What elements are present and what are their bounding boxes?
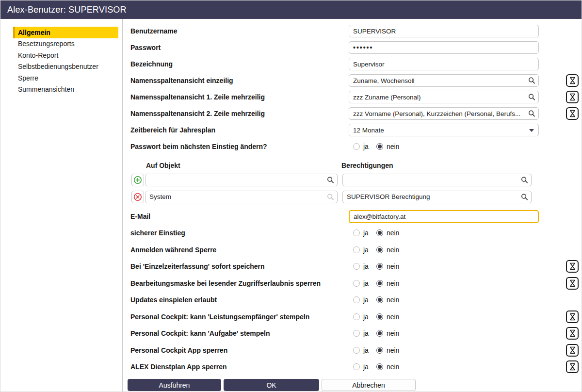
- passwort-input[interactable]: [349, 41, 539, 54]
- namensspalte-mehrzeilig-2-label: Namensspaltenansicht 2. Zeile mehrzeilig: [130, 110, 349, 117]
- sidebar-item-sperre[interactable]: Sperre: [13, 72, 118, 84]
- hourglass-icon: [569, 329, 576, 337]
- radio-ja[interactable]: [353, 313, 360, 320]
- sidebar-item-summenansichten[interactable]: Summenansichten: [13, 84, 118, 96]
- toggle-row-cockpit-app-sperren: Personal Cockpit App sperren ja nein: [123, 342, 582, 359]
- radio-ja[interactable]: [353, 143, 360, 150]
- hourglass-button[interactable]: [566, 327, 579, 340]
- email-field[interactable]: [349, 210, 539, 223]
- radio-ja-label: ja: [363, 279, 369, 287]
- radio-nein[interactable]: [376, 330, 383, 337]
- objekt-input[interactable]: [145, 191, 338, 203]
- radio-ja-label: ja: [363, 313, 369, 321]
- search-icon[interactable]: [528, 94, 535, 101]
- toggle-row-bearbeitungsmaske: Bearbeitungsmaske bei lesender Zugriffse…: [123, 275, 582, 292]
- sidebar-item-selbstbedienungsbenutzer[interactable]: Selbstbedienungsbenutzer: [13, 61, 118, 73]
- namensspalte-einzeilig-input[interactable]: [349, 74, 539, 87]
- zeitbereich-selected-value: 12 Monate: [353, 127, 384, 134]
- radio-nein-label: nein: [387, 363, 399, 371]
- radio-nein[interactable]: [376, 280, 383, 287]
- hourglass-icon: [569, 363, 576, 371]
- field-row-zeitbereich: Zeitbereich für Jahresplan 12 Monate: [123, 122, 582, 138]
- radio-ja[interactable]: [353, 296, 360, 303]
- radio-nein[interactable]: [376, 313, 383, 320]
- new-berechtigung-input[interactable]: [342, 174, 532, 186]
- radio-ja[interactable]: [353, 347, 360, 354]
- radio-ja[interactable]: [353, 263, 360, 270]
- passwort-label: Passwort: [130, 44, 349, 51]
- sidebar-item-konto-report[interactable]: Konto-Report: [13, 49, 118, 61]
- ok-button[interactable]: OK: [224, 379, 319, 391]
- sidebar-item-besetzungsreports[interactable]: Besetzungsreports: [13, 38, 118, 50]
- toggle-row-updates: Updates einspielen erlaubt ja nein: [123, 292, 582, 309]
- hourglass-button[interactable]: [566, 360, 579, 373]
- delete-permission-button[interactable]: [131, 191, 144, 203]
- toggle-label: Personal Cockpit App sperren: [130, 346, 349, 354]
- radio-nein[interactable]: [376, 246, 383, 253]
- search-icon[interactable]: [327, 176, 334, 183]
- hourglass-button[interactable]: [566, 91, 579, 103]
- search-icon[interactable]: [528, 110, 535, 117]
- radio-nein-label: nein: [387, 246, 399, 254]
- radio-nein[interactable]: [376, 296, 383, 303]
- radio-ja-label: ja: [363, 246, 369, 254]
- ausfuehren-button[interactable]: Ausführen: [128, 379, 221, 391]
- sidebar: Allgemein Besetzungsreports Konto-Report…: [0, 19, 123, 392]
- namensspalte-mehrzeilig-1-label: Namensspaltenansicht 1. Zeile mehrzeilig: [130, 93, 349, 101]
- radio-ja[interactable]: [353, 330, 360, 337]
- radio-ja-label: ja: [363, 296, 369, 304]
- zeitbereich-label: Zeitbereich für Jahresplan: [130, 126, 349, 134]
- radio-ja-label: ja: [363, 346, 369, 354]
- radio-ja[interactable]: [353, 229, 360, 236]
- abbrechen-button[interactable]: Abbrechen: [322, 379, 416, 391]
- namensspalte-einzeilig-label: Namensspaltenansicht einzeilig: [130, 77, 349, 84]
- radio-nein[interactable]: [376, 347, 383, 354]
- field-row-namensspalte-mehrzeilig-2: Namensspaltenansicht 2. Zeile mehrzeilig: [123, 105, 582, 122]
- radio-ja[interactable]: [353, 280, 360, 287]
- radio-nein[interactable]: [376, 363, 383, 370]
- toggle-label: ALEX Dienstplan App sperren: [130, 363, 349, 371]
- radio-nein[interactable]: [376, 263, 383, 270]
- toggle-row-cockpit-leistungsempfaenger: Personal Cockpit: kann 'Leistungsempfäng…: [123, 309, 582, 326]
- namensspalte-mehrzeilig-1-input[interactable]: [349, 91, 539, 103]
- radio-nein-label: nein: [387, 262, 399, 270]
- email-label: E-Mail: [130, 212, 349, 220]
- toggle-label: Bearbeitungsmaske bei lesender Zugriffse…: [130, 279, 349, 287]
- namensspalte-mehrzeilig-2-input[interactable]: [349, 107, 539, 120]
- hourglass-button[interactable]: [566, 107, 579, 120]
- radio-nein-label: nein: [387, 143, 399, 150]
- search-icon[interactable]: [528, 77, 535, 84]
- field-row-bezeichnung: Bezeichnung: [123, 56, 582, 72]
- permissions-header: Auf Objekt Berechtigungen: [123, 160, 582, 171]
- bezeichnung-label: Bezeichnung: [130, 60, 349, 68]
- bezeichnung-input[interactable]: [349, 58, 539, 70]
- sidebar-item-allgemein[interactable]: Allgemein: [13, 27, 118, 38]
- hourglass-button[interactable]: [566, 277, 579, 290]
- hourglass-button[interactable]: [566, 344, 579, 357]
- toggle-label: Personal Cockpit: kann 'Leistungsempfäng…: [130, 313, 349, 321]
- search-icon[interactable]: [327, 193, 334, 200]
- benutzername-input[interactable]: [349, 25, 539, 37]
- toggle-row-cockpit-aufgabe: Personal Cockpit: kann 'Aufgabe' stempel…: [123, 325, 582, 342]
- new-objekt-input[interactable]: [145, 174, 338, 186]
- radio-ja[interactable]: [353, 246, 360, 253]
- radio-ja[interactable]: [353, 363, 360, 370]
- add-permission-button[interactable]: [131, 174, 144, 186]
- hourglass-button[interactable]: [566, 74, 579, 87]
- radio-ja-label: ja: [363, 229, 369, 237]
- hourglass-icon: [569, 262, 576, 270]
- sidebar-item-label: Sperre: [18, 74, 38, 82]
- search-icon[interactable]: [521, 176, 528, 183]
- hourglass-button[interactable]: [566, 310, 579, 323]
- radio-nein-label: nein: [387, 279, 399, 287]
- search-icon[interactable]: [521, 193, 528, 200]
- zeitbereich-select[interactable]: 12 Monate: [349, 124, 539, 136]
- radio-nein[interactable]: [376, 229, 383, 236]
- main-form: Benutzername Passwort Bezeichnung Namens…: [123, 19, 582, 392]
- toggle-label: Personal Cockpit: kann 'Aufgabe' stempel…: [130, 329, 349, 337]
- berechtigung-input[interactable]: [342, 191, 532, 203]
- radio-nein[interactable]: [376, 143, 383, 150]
- radio-ja-label: ja: [363, 329, 369, 337]
- hourglass-button[interactable]: [566, 260, 579, 273]
- sidebar-item-label: Allgemein: [18, 29, 50, 36]
